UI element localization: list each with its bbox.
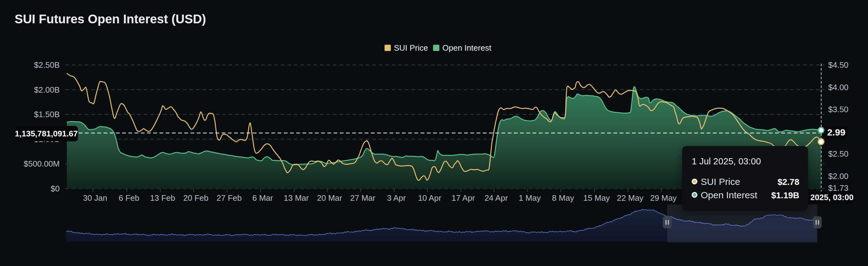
svg-text:$2.78: $2.78 xyxy=(778,177,799,187)
svg-text:$0: $0 xyxy=(51,184,60,193)
svg-text:1 Jul 2025, 03:00: 1 Jul 2025, 03:00 xyxy=(692,156,761,166)
svg-text:27 Mar: 27 Mar xyxy=(350,193,376,203)
svg-text:$2.00B: $2.00B xyxy=(34,85,60,95)
svg-text:SUI Price: SUI Price xyxy=(394,43,428,53)
svg-text:27 Feb: 27 Feb xyxy=(217,193,242,203)
svg-text:$2.50B: $2.50B xyxy=(34,60,60,70)
svg-text:15 May: 15 May xyxy=(583,193,610,203)
svg-text:2025, 03:00: 2025, 03:00 xyxy=(810,193,854,202)
svg-text:6 Mar: 6 Mar xyxy=(252,193,273,203)
svg-text:29 May: 29 May xyxy=(650,193,677,203)
svg-text:$1.19B: $1.19B xyxy=(771,191,799,200)
svg-text:17 Apr: 17 Apr xyxy=(452,193,475,203)
svg-text:Open Interest: Open Interest xyxy=(701,190,757,200)
svg-text:24 Apr: 24 Apr xyxy=(484,193,508,203)
svg-text:SUI Futures Open Interest (USD: SUI Futures Open Interest (USD) xyxy=(14,12,206,26)
svg-text:3 Apr: 3 Apr xyxy=(387,193,406,203)
svg-text:$1.73: $1.73 xyxy=(828,184,848,193)
svg-text:13 Mar: 13 Mar xyxy=(284,193,309,203)
svg-text:SUI Price: SUI Price xyxy=(701,176,740,187)
svg-text:30 Jan: 30 Jan xyxy=(83,193,107,203)
svg-text:2.99: 2.99 xyxy=(827,127,845,137)
svg-text:22 May: 22 May xyxy=(617,193,643,203)
svg-text:20 Feb: 20 Feb xyxy=(183,193,209,203)
svg-text:13 Feb: 13 Feb xyxy=(150,193,175,203)
svg-text:Open Interest: Open Interest xyxy=(442,43,492,53)
svg-text:$2.00: $2.00 xyxy=(828,171,848,181)
svg-text:$2.50: $2.50 xyxy=(828,149,848,159)
svg-text:1,135,781,091.67: 1,135,781,091.67 xyxy=(15,129,78,138)
svg-text:6 Feb: 6 Feb xyxy=(119,193,140,203)
svg-text:$4.50: $4.50 xyxy=(828,60,848,70)
svg-text:20 Mar: 20 Mar xyxy=(317,193,342,203)
svg-text:$500.00M: $500.00M xyxy=(24,159,60,168)
svg-text:$3.50: $3.50 xyxy=(828,105,848,114)
svg-text:1 May: 1 May xyxy=(519,193,541,203)
svg-text:$4.00: $4.00 xyxy=(828,82,848,92)
svg-text:8 May: 8 May xyxy=(552,193,574,203)
svg-text:$1.50B: $1.50B xyxy=(34,110,60,119)
svg-text:10 Apr: 10 Apr xyxy=(418,193,441,203)
